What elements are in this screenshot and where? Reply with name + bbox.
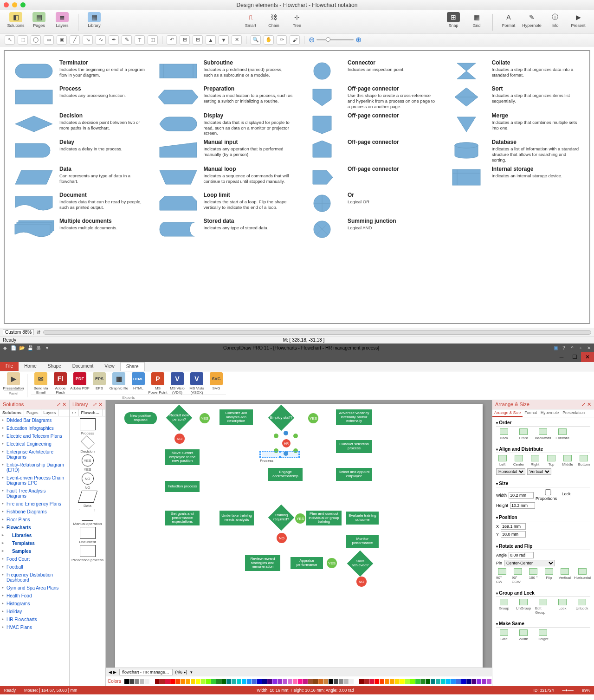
color-swatch[interactable] <box>344 679 349 684</box>
align-heading[interactable]: Align and Distribute <box>496 446 590 453</box>
presentation-button[interactable]: ▶Presentation <box>4 372 23 390</box>
lib-item[interactable]: Manual operation <box>73 509 102 526</box>
rp-action[interactable]: Front <box>516 428 531 440</box>
color-swatch[interactable] <box>160 679 165 684</box>
color-swatch[interactable] <box>201 679 206 684</box>
sol-item[interactable]: Event-driven Process Chain Diagrams EPC <box>0 474 69 487</box>
shape-def[interactable]: Off-page connector <box>301 112 437 136</box>
print-icon[interactable]: 🖶 <box>35 344 42 351</box>
sol-item[interactable]: Football <box>0 563 69 571</box>
back-button[interactable]: ▼ <box>219 35 229 45</box>
hypernote-button[interactable]: ✎Hypernote <box>521 12 543 28</box>
color-swatch[interactable] <box>313 679 318 684</box>
line-tool[interactable]: ╱ <box>70 35 80 45</box>
color-swatch[interactable] <box>339 679 343 684</box>
close-child-icon[interactable]: ✕ <box>586 344 592 351</box>
lib-item[interactable]: Predefined process <box>71 545 103 562</box>
sol-item[interactable]: Fault Tree Analysis Diagrams <box>0 487 69 500</box>
color-swatch[interactable] <box>226 679 231 684</box>
color-swatch[interactable] <box>420 679 425 684</box>
shape-def[interactable]: SortIndicates a step that organizes item… <box>446 85 581 110</box>
color-swatch[interactable] <box>359 679 364 684</box>
rp-action[interactable]: Backward <box>535 428 551 440</box>
color-swatch[interactable] <box>262 679 267 684</box>
color-swatch[interactable] <box>410 679 415 684</box>
sol-item[interactable]: Divided Bar Diagrams <box>0 416 69 424</box>
color-swatch[interactable] <box>431 679 435 684</box>
color-swatch[interactable] <box>487 679 491 684</box>
eyedropper-tool[interactable]: ✑ <box>277 35 287 45</box>
shape-def[interactable] <box>446 218 581 241</box>
node-planconduct[interactable]: Plan and conduct individual or group tra… <box>306 511 342 525</box>
color-swatch[interactable] <box>181 679 185 684</box>
lib-item[interactable]: Data <box>80 491 96 508</box>
color-swatch[interactable] <box>405 679 410 684</box>
sol-item[interactable]: Entity-Relationship Diagram (ERD) <box>0 461 69 474</box>
zoom-out-icon[interactable]: ⊖ <box>309 35 315 44</box>
sol-subitem[interactable]: Templates <box>0 539 69 547</box>
rp-action[interactable]: Vertical <box>559 568 571 584</box>
color-swatch[interactable] <box>461 679 466 684</box>
sol-item[interactable]: Electrical Engineering <box>0 440 69 448</box>
node-monitor[interactable]: Monitor performance <box>346 535 379 548</box>
node-consider[interactable]: Consider Job analysis Job description <box>220 409 253 425</box>
sol-item[interactable]: HVAC Plans <box>0 623 69 631</box>
color-swatch[interactable] <box>395 679 400 684</box>
color-swatch[interactable] <box>446 679 451 684</box>
rp-tab[interactable]: Hypernote <box>539 409 561 417</box>
pen-tool[interactable]: ✒ <box>109 35 119 45</box>
sol-item[interactable]: Frequency Distribution Dashboard <box>0 571 69 584</box>
minimize-button[interactable]: ─ <box>555 352 568 362</box>
color-swatch[interactable] <box>308 679 313 684</box>
format-button[interactable]: AFormat <box>497 12 520 28</box>
node-undertake[interactable]: Undertake training needs analysis <box>220 511 254 525</box>
node-setgoals[interactable]: Set goals and performance expectations <box>165 511 200 525</box>
rp-action[interactable]: Back <box>496 428 512 440</box>
zoom-select[interactable]: Custom 88% <box>3 329 34 335</box>
shape-def[interactable]: ProcessIndicates any processing function… <box>13 85 149 110</box>
shape-def[interactable]: Off-page connector <box>301 166 437 189</box>
rp-action[interactable]: Edit Group <box>535 599 551 615</box>
shape-def[interactable]: OrLogical OR <box>301 192 437 215</box>
shape-def[interactable]: SubroutineIndicates a predefined (named)… <box>157 59 293 83</box>
color-swatch[interactable] <box>135 679 139 684</box>
library-list[interactable]: ProcessDecisionYESYESNONODataManual oper… <box>70 416 105 686</box>
color-swatch[interactable] <box>129 679 134 684</box>
horiz-select[interactable]: Horisontal <box>496 468 525 475</box>
layers-button[interactable]: ≣Layers <box>51 12 73 28</box>
color-swatch[interactable] <box>267 679 272 684</box>
order-heading[interactable]: Order <box>496 419 590 427</box>
color-swatch[interactable] <box>165 679 170 684</box>
chart-tool[interactable]: ◫ <box>148 35 158 45</box>
zoom-slider[interactable]: ⊖ ⊕ <box>309 35 362 44</box>
ribbon-help-icon[interactable]: ? <box>561 344 567 351</box>
rp-action[interactable]: Lock <box>555 599 570 615</box>
ms-visio-vsdx-button[interactable]: VMS Visio (VSDX) <box>187 372 207 395</box>
close-button[interactable]: ✕ <box>581 352 594 362</box>
color-swatch[interactable] <box>216 679 221 684</box>
sheet-tab[interactable]: flowchart - HR manage… <box>119 669 173 675</box>
hand-tool[interactable]: ✋ <box>264 35 274 45</box>
node-review[interactable]: Review reward strategies and remuneratio… <box>245 555 280 571</box>
help-icon[interactable]: ▣ <box>552 344 559 351</box>
pencil-tool[interactable]: ✎ <box>122 35 132 45</box>
yes-3[interactable]: YES <box>295 513 305 524</box>
cross-button[interactable]: ✕ <box>232 35 242 45</box>
connector-tool[interactable]: ↘ <box>83 35 93 45</box>
panel-pin-icon[interactable]: ⤢ ✕ <box>93 402 103 408</box>
sol-item[interactable]: Gym and Spa Area Plans <box>0 584 69 592</box>
y-input[interactable] <box>501 531 526 538</box>
color-swatch[interactable] <box>293 679 297 684</box>
color-swatch[interactable] <box>298 679 303 684</box>
color-swatch[interactable] <box>278 679 282 684</box>
sheet-tab-menu[interactable]: ▾ <box>190 670 193 674</box>
library-button[interactable]: ▦Library <box>83 12 105 28</box>
color-swatch[interactable] <box>272 679 277 684</box>
color-swatch[interactable] <box>390 679 394 684</box>
color-swatch[interactable] <box>415 679 420 684</box>
status-zoom-slider[interactable]: ─●── <box>562 688 574 693</box>
node-advertise[interactable]: Advertise vacancy internally and/or exte… <box>336 409 372 425</box>
sol-item[interactable]: Food Court <box>0 555 69 563</box>
shape-def[interactable]: DocumentIndicates data that can be read … <box>13 192 149 215</box>
rp-action[interactable]: Height <box>535 629 551 641</box>
